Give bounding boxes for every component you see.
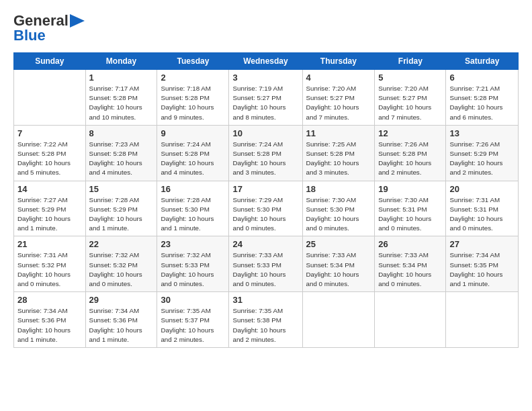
day-number: 17: [232, 184, 298, 194]
day-info: Sunrise: 7:32 AM Sunset: 5:33 PM Dayligh…: [161, 250, 225, 289]
day-info: Sunrise: 7:29 AM Sunset: 5:30 PM Dayligh…: [232, 195, 298, 234]
table-row: 31Sunrise: 7:35 AM Sunset: 5:38 PM Dayli…: [229, 292, 302, 348]
day-number: 8: [89, 128, 154, 138]
day-number: 10: [232, 128, 298, 138]
day-number: 19: [378, 184, 442, 194]
table-row: 28Sunrise: 7:34 AM Sunset: 5:36 PM Dayli…: [14, 292, 86, 348]
table-row: 9Sunrise: 7:24 AM Sunset: 5:28 PM Daylig…: [157, 125, 229, 181]
calendar-week-row: 28Sunrise: 7:34 AM Sunset: 5:36 PM Dayli…: [14, 292, 519, 348]
table-row: 27Sunrise: 7:34 AM Sunset: 5:35 PM Dayli…: [446, 236, 519, 292]
day-number: 11: [306, 128, 371, 138]
calendar-header-row: Sunday Monday Tuesday Wednesday Thursday…: [14, 53, 519, 70]
table-row: 5Sunrise: 7:20 AM Sunset: 5:27 PM Daylig…: [375, 70, 446, 126]
page-header: General Blue: [13, 12, 519, 44]
table-row: 6Sunrise: 7:21 AM Sunset: 5:28 PM Daylig…: [446, 70, 519, 126]
col-wednesday: Wednesday: [229, 53, 302, 70]
col-tuesday: Tuesday: [157, 53, 229, 70]
day-number: 7: [17, 128, 82, 138]
table-row: 20Sunrise: 7:31 AM Sunset: 5:31 PM Dayli…: [446, 181, 519, 236]
col-thursday: Thursday: [302, 53, 375, 70]
day-number: 6: [449, 73, 515, 83]
day-info: Sunrise: 7:20 AM Sunset: 5:27 PM Dayligh…: [306, 84, 371, 122]
day-number: 21: [17, 239, 82, 249]
day-info: Sunrise: 7:17 AM Sunset: 5:28 PM Dayligh…: [89, 84, 154, 122]
day-info: Sunrise: 7:24 AM Sunset: 5:28 PM Dayligh…: [232, 140, 298, 178]
table-row: [375, 292, 446, 348]
day-number: 14: [17, 184, 82, 194]
day-info: Sunrise: 7:34 AM Sunset: 5:36 PM Dayligh…: [17, 306, 82, 345]
table-row: 12Sunrise: 7:26 AM Sunset: 5:28 PM Dayli…: [375, 125, 446, 181]
table-row: 15Sunrise: 7:28 AM Sunset: 5:29 PM Dayli…: [85, 181, 157, 236]
table-row: [14, 70, 86, 126]
day-number: 3: [232, 73, 298, 83]
day-info: Sunrise: 7:19 AM Sunset: 5:27 PM Dayligh…: [232, 84, 298, 122]
day-info: Sunrise: 7:33 AM Sunset: 5:33 PM Dayligh…: [232, 250, 298, 289]
table-row: 11Sunrise: 7:25 AM Sunset: 5:28 PM Dayli…: [302, 125, 375, 181]
table-row: 19Sunrise: 7:30 AM Sunset: 5:31 PM Dayli…: [375, 181, 446, 236]
table-row: 29Sunrise: 7:34 AM Sunset: 5:36 PM Dayli…: [85, 292, 157, 348]
day-info: Sunrise: 7:31 AM Sunset: 5:32 PM Dayligh…: [17, 250, 82, 289]
day-number: 29: [89, 295, 154, 305]
table-row: 18Sunrise: 7:30 AM Sunset: 5:30 PM Dayli…: [302, 181, 375, 236]
calendar-week-row: 1Sunrise: 7:17 AM Sunset: 5:28 PM Daylig…: [14, 70, 519, 126]
day-info: Sunrise: 7:33 AM Sunset: 5:34 PM Dayligh…: [306, 250, 371, 289]
day-info: Sunrise: 7:23 AM Sunset: 5:28 PM Dayligh…: [89, 140, 154, 178]
day-info: Sunrise: 7:22 AM Sunset: 5:28 PM Dayligh…: [17, 140, 82, 178]
table-row: 25Sunrise: 7:33 AM Sunset: 5:34 PM Dayli…: [302, 236, 375, 292]
calendar-table: Sunday Monday Tuesday Wednesday Thursday…: [13, 52, 519, 348]
table-row: 23Sunrise: 7:32 AM Sunset: 5:33 PM Dayli…: [157, 236, 229, 292]
day-number: 24: [232, 239, 298, 249]
table-row: 3Sunrise: 7:19 AM Sunset: 5:27 PM Daylig…: [229, 70, 302, 126]
day-number: 16: [161, 184, 225, 194]
day-number: 12: [378, 128, 442, 138]
table-row: 14Sunrise: 7:27 AM Sunset: 5:29 PM Dayli…: [14, 181, 86, 236]
day-info: Sunrise: 7:30 AM Sunset: 5:31 PM Dayligh…: [378, 195, 442, 234]
day-number: 31: [232, 295, 298, 305]
day-info: Sunrise: 7:35 AM Sunset: 5:38 PM Dayligh…: [232, 306, 298, 345]
day-info: Sunrise: 7:27 AM Sunset: 5:29 PM Dayligh…: [17, 195, 82, 234]
day-number: 20: [449, 184, 515, 194]
col-friday: Friday: [375, 53, 446, 70]
table-row: 7Sunrise: 7:22 AM Sunset: 5:28 PM Daylig…: [14, 125, 86, 181]
table-row: 13Sunrise: 7:26 AM Sunset: 5:29 PM Dayli…: [446, 125, 519, 181]
table-row: 4Sunrise: 7:20 AM Sunset: 5:27 PM Daylig…: [302, 70, 375, 126]
table-row: 10Sunrise: 7:24 AM Sunset: 5:28 PM Dayli…: [229, 125, 302, 181]
day-number: 26: [378, 239, 442, 249]
logo-arrow-icon: [70, 14, 85, 28]
day-number: 5: [378, 73, 442, 83]
table-row: 26Sunrise: 7:33 AM Sunset: 5:34 PM Dayli…: [375, 236, 446, 292]
table-row: 8Sunrise: 7:23 AM Sunset: 5:28 PM Daylig…: [85, 125, 157, 181]
calendar-week-row: 21Sunrise: 7:31 AM Sunset: 5:32 PM Dayli…: [14, 236, 519, 292]
table-row: 21Sunrise: 7:31 AM Sunset: 5:32 PM Dayli…: [14, 236, 86, 292]
day-number: 22: [89, 239, 154, 249]
day-number: 2: [161, 73, 225, 83]
table-row: 1Sunrise: 7:17 AM Sunset: 5:28 PM Daylig…: [85, 70, 157, 126]
day-info: Sunrise: 7:28 AM Sunset: 5:29 PM Dayligh…: [89, 195, 154, 234]
day-number: 9: [161, 128, 225, 138]
day-info: Sunrise: 7:26 AM Sunset: 5:28 PM Dayligh…: [378, 140, 442, 178]
day-number: 1: [89, 73, 154, 83]
day-info: Sunrise: 7:25 AM Sunset: 5:28 PM Dayligh…: [306, 140, 371, 178]
logo: General Blue: [13, 12, 85, 44]
day-number: 23: [161, 239, 225, 249]
day-info: Sunrise: 7:35 AM Sunset: 5:37 PM Dayligh…: [161, 306, 225, 345]
table-row: 22Sunrise: 7:32 AM Sunset: 5:32 PM Dayli…: [85, 236, 157, 292]
day-number: 30: [161, 295, 225, 305]
day-number: 27: [449, 239, 515, 249]
day-info: Sunrise: 7:28 AM Sunset: 5:30 PM Dayligh…: [161, 195, 225, 234]
table-row: 2Sunrise: 7:18 AM Sunset: 5:28 PM Daylig…: [157, 70, 229, 126]
day-number: 25: [306, 239, 371, 249]
table-row: [302, 292, 375, 348]
table-row: 17Sunrise: 7:29 AM Sunset: 5:30 PM Dayli…: [229, 181, 302, 236]
day-number: 15: [89, 184, 154, 194]
day-info: Sunrise: 7:18 AM Sunset: 5:28 PM Dayligh…: [161, 84, 225, 122]
day-info: Sunrise: 7:32 AM Sunset: 5:32 PM Dayligh…: [89, 250, 154, 289]
day-info: Sunrise: 7:21 AM Sunset: 5:28 PM Dayligh…: [449, 84, 515, 122]
col-monday: Monday: [85, 53, 157, 70]
day-info: Sunrise: 7:26 AM Sunset: 5:29 PM Dayligh…: [449, 140, 515, 178]
day-number: 28: [17, 295, 82, 305]
day-info: Sunrise: 7:31 AM Sunset: 5:31 PM Dayligh…: [449, 195, 515, 234]
logo-blue: Blue: [13, 27, 46, 44]
calendar-week-row: 14Sunrise: 7:27 AM Sunset: 5:29 PM Dayli…: [14, 181, 519, 236]
table-row: 30Sunrise: 7:35 AM Sunset: 5:37 PM Dayli…: [157, 292, 229, 348]
